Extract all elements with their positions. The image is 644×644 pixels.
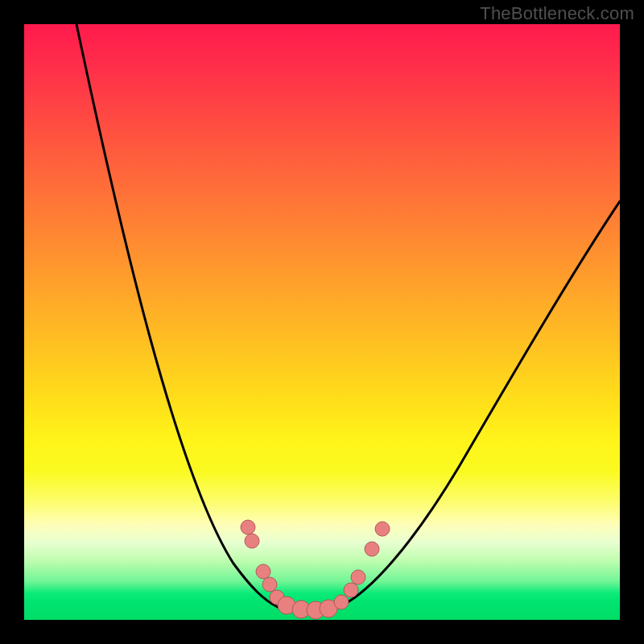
chart-frame: TheBottleneck.com	[0, 0, 644, 644]
data-markers	[241, 520, 390, 619]
data-marker	[262, 577, 277, 592]
data-marker	[365, 542, 379, 556]
data-marker	[334, 595, 349, 609]
data-marker	[375, 522, 390, 536]
data-marker	[245, 534, 259, 548]
bottleneck-curve-right	[342, 201, 620, 605]
data-marker	[241, 520, 255, 535]
data-marker	[344, 583, 358, 597]
data-marker	[351, 570, 365, 584]
bottleneck-curve-left	[76, 24, 278, 607]
bottleneck-curve	[76, 24, 620, 610]
plot-area	[24, 24, 620, 620]
watermark-text: TheBottleneck.com	[480, 3, 634, 24]
data-marker	[256, 564, 270, 579]
chart-svg	[24, 24, 620, 620]
